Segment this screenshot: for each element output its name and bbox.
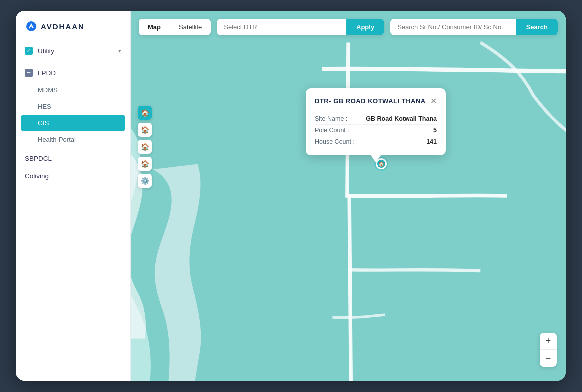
dtr-popup: DTR- GB ROAD KOTWALI THANA ✕ Site Name :…: [306, 88, 446, 156]
dtr-popup-pole-value: 5: [434, 127, 437, 134]
map-satellite-toggle: Map Satellite: [139, 19, 211, 36]
map-marker-2[interactable]: 🏠: [138, 123, 152, 137]
dtr-select-wrap: Apply: [217, 19, 384, 36]
apply-button[interactable]: Apply: [346, 19, 384, 36]
sidebar-section-utility: ✓ Utility ▾: [16, 40, 130, 62]
sidebar-category-utility[interactable]: ✓ Utility ▾: [16, 42, 130, 60]
sidebar: AVDHAAN ✓ Utility ▾ ☰ LPDD MDMS HES GIS: [16, 11, 131, 381]
map-markers: 🏠 🏠 🏠 🏠 ⚙️: [138, 106, 152, 188]
sidebar-item-mdms[interactable]: MDMS: [16, 82, 130, 98]
avdhaan-logo-icon: [26, 21, 37, 32]
app-container: AVDHAAN ✓ Utility ▾ ☰ LPDD MDMS HES GIS: [16, 11, 566, 381]
toolbar: Map Satellite Apply Search: [139, 19, 558, 36]
dtr-popup-site-row: Site Name : GB Road Kotwali Thana: [315, 113, 437, 124]
dtr-popup-header: DTR- GB ROAD KOTWALI THANA ✕: [315, 96, 437, 106]
utility-label: Utility: [38, 48, 54, 55]
map-button[interactable]: Map: [139, 19, 170, 36]
zoom-out-button[interactable]: −: [540, 350, 557, 367]
logo-text: AVDHAAN: [41, 22, 85, 31]
dtr-popup-site-label: Site Name :: [315, 116, 348, 122]
sidebar-item-coliving[interactable]: Coliving: [16, 168, 130, 185]
svg-point-0: [26, 22, 36, 32]
map-marker-1[interactable]: 🏠: [138, 106, 152, 120]
search-button[interactable]: Search: [516, 19, 558, 36]
dtr-popup-title: DTR- GB ROAD KOTWALI THANA: [315, 98, 426, 105]
utility-category-icon: ✓: [25, 47, 33, 55]
dtr-popup-pole-row: Pole Count : 5: [315, 124, 437, 136]
dtr-popup-close-button[interactable]: ✕: [430, 96, 437, 106]
dtr-popup-pole-label: Pole Count :: [315, 127, 350, 134]
main-content: Map Satellite Apply Search: [131, 11, 566, 381]
sidebar-category-lpdd[interactable]: ☰ LPDD: [16, 64, 130, 82]
map-marker-5[interactable]: ⚙️: [138, 174, 152, 188]
sidebar-item-health-portal[interactable]: Health-Portal: [16, 132, 130, 148]
search-wrap: Search: [390, 19, 558, 36]
zoom-controls: + −: [540, 333, 557, 367]
dtr-popup-house-row: House Count : 141: [315, 136, 437, 148]
lpdd-category-icon: ☰: [25, 69, 33, 77]
lpdd-label: LPDD: [38, 70, 56, 77]
sidebar-section-lpdd: ☰ LPDD MDMS HES GIS Health-Portal: [16, 62, 130, 150]
search-input[interactable]: [390, 19, 516, 36]
sidebar-item-gis[interactable]: GIS: [21, 115, 126, 132]
dtr-popup-site-value: GB Road Kotwali Thana: [366, 116, 437, 122]
satellite-button[interactable]: Satellite: [170, 19, 211, 36]
sidebar-logo: AVDHAAN: [16, 11, 130, 40]
utility-chevron-icon: ▾: [118, 48, 122, 54]
sidebar-item-sbpdcl[interactable]: SBPDCL: [16, 150, 130, 168]
map-marker-4[interactable]: 🏠: [138, 157, 152, 171]
dtr-select-input[interactable]: [217, 19, 346, 36]
dtr-popup-house-label: House Count :: [315, 138, 355, 146]
map-background-svg: [131, 11, 566, 381]
map-marker-3[interactable]: 🏠: [138, 140, 152, 154]
dtr-popup-house-value: 141: [426, 138, 437, 146]
sidebar-item-hes[interactable]: HES: [16, 98, 130, 115]
map-area[interactable]: 🏠 🏠 🏠 🏠 ⚙️ DTR- GB ROAD KOTWALI THANA ✕ …: [131, 11, 566, 381]
zoom-in-button[interactable]: +: [540, 333, 557, 350]
